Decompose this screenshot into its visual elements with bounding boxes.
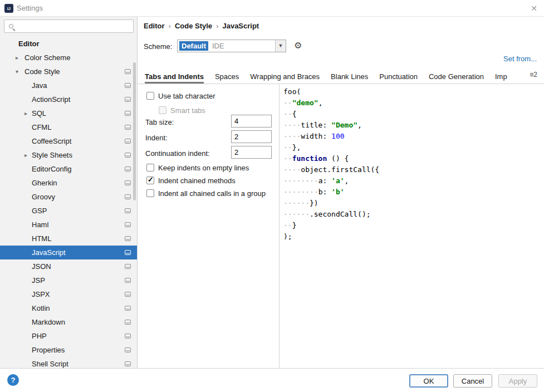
sidebar-item-gsp[interactable]: GSP — [0, 204, 137, 218]
sidebar-item-html[interactable]: HTML — [0, 232, 137, 246]
code-line: ··"demo", — [283, 99, 544, 110]
scheme-select[interactable]: Default IDE ▼ — [177, 40, 286, 52]
sidebar-item-java[interactable]: Java — [0, 79, 137, 92]
checkbox-icon[interactable] — [146, 177, 154, 184]
footer-bar: ? OK Cancel Apply — [0, 368, 544, 392]
sidebar-item-label: EditorConfig — [32, 165, 72, 173]
sidebar-item-label: HTML — [32, 234, 51, 243]
sidebar-item-label: Haml — [32, 220, 48, 229]
tab-spaces[interactable]: Spaces — [215, 70, 239, 84]
scheme-label: Scheme: — [144, 40, 172, 53]
sidebar-item-jspx[interactable]: JSPX — [0, 287, 137, 301]
chevron-right-icon[interactable]: ▸ — [16, 51, 18, 65]
smart-tabs-checkbox[interactable]: Smart tabs — [159, 105, 205, 115]
scheme-suffix: IDE — [212, 42, 224, 50]
chevron-right-icon[interactable]: ▸ — [24, 148, 27, 162]
sidebar-item-gherkin[interactable]: Gherkin — [0, 176, 137, 190]
code-line: ····width: 100 — [283, 132, 544, 143]
sidebar-item-markdown[interactable]: Markdown — [0, 315, 137, 329]
tab-tabs-and-indents[interactable]: Tabs and Indents — [145, 70, 204, 84]
gear-icon[interactable]: ⚙ — [294, 40, 302, 51]
tab-imp[interactable]: Imp — [495, 70, 507, 84]
code-line: ··function () { — [283, 154, 544, 165]
sidebar-item-label: Markdown — [32, 318, 65, 326]
sidebar-item-cfml[interactable]: CFML — [0, 120, 137, 134]
sidebar-item-coffeescript[interactable]: CoffeeScript — [0, 134, 137, 148]
combo-arrow-icon[interactable]: ▼ — [275, 40, 286, 52]
language-page-icon — [125, 306, 131, 311]
use-tab-character-checkbox[interactable]: Use tab character — [146, 91, 215, 101]
indent-input[interactable] — [231, 130, 272, 143]
settings-tree: Editor▸Color Scheme▾Code StyleJavaAction… — [0, 37, 137, 368]
search-icon — [9, 24, 13, 28]
sidebar-item-sql[interactable]: ▸SQL — [0, 106, 137, 120]
tab-punctuation[interactable]: Punctuation — [379, 70, 418, 84]
language-page-icon — [125, 139, 131, 144]
language-page-icon — [125, 180, 131, 185]
scheme-selected-value: Default — [179, 41, 208, 51]
sidebar-item-kotlin[interactable]: Kotlin — [0, 301, 137, 315]
checkbox-label: Use tab character — [158, 92, 215, 100]
chevron-down-icon[interactable]: ▾ — [16, 65, 18, 79]
sidebar-item-javascript[interactable]: JavaScript — [0, 246, 137, 259]
tab-code-generation[interactable]: Code Generation — [429, 70, 484, 84]
tab-size-input[interactable] — [231, 115, 272, 128]
sidebar-scrollbar[interactable] — [133, 62, 136, 200]
checkbox-label: Indent all chained calls in a group — [158, 189, 266, 198]
sidebar-item-label: Color Scheme — [24, 53, 70, 62]
language-page-icon — [125, 334, 131, 339]
language-page-icon — [125, 208, 131, 213]
checkbox-icon[interactable] — [146, 92, 154, 100]
help-icon[interactable]: ? — [7, 374, 19, 386]
language-page-icon — [125, 166, 131, 171]
sidebar-item-editor[interactable]: Editor — [0, 37, 137, 51]
sidebar-item-color-scheme[interactable]: ▸Color Scheme — [0, 51, 137, 65]
indent-all-chained-calls-checkbox[interactable]: Indent all chained calls in a group — [146, 188, 266, 198]
keep-indents-on-empty-lines-checkbox[interactable]: Keep indents on empty lines — [146, 163, 249, 173]
sidebar-item-haml[interactable]: Haml — [0, 218, 137, 232]
titlebar: IJ Settings ✕ — [0, 0, 544, 17]
sidebar-item-json[interactable]: JSON — [0, 259, 137, 273]
language-page-icon — [125, 111, 131, 116]
tab-size-label: Tab size: — [145, 117, 174, 128]
sidebar-item-style-sheets[interactable]: ▸Style Sheets — [0, 148, 137, 162]
chevron-right-icon[interactable]: ▸ — [24, 106, 27, 120]
checkbox-icon[interactable] — [146, 164, 154, 171]
code-line: ········b: 'b' — [283, 188, 544, 199]
language-page-icon — [125, 320, 131, 325]
tab-blank-lines[interactable]: Blank Lines — [331, 70, 368, 84]
breadcrumb-segment-editor[interactable]: Editor — [144, 22, 165, 30]
checkbox-icon[interactable] — [159, 106, 166, 114]
breadcrumb-separator: › — [216, 22, 218, 30]
language-page-icon — [125, 347, 131, 352]
tab-wrapping-and-braces[interactable]: Wrapping and Braces — [250, 70, 320, 84]
form-panel: Use tab character Smart tabs Tab size: I… — [138, 84, 279, 368]
hidden-tabs-icon[interactable]: ≡2 — [530, 71, 537, 79]
continuation-indent-input[interactable] — [231, 146, 272, 159]
code-line: ······.secondCall(); — [283, 210, 544, 221]
apply-button[interactable]: Apply — [498, 374, 537, 388]
sidebar-item-code-style[interactable]: ▾Code Style — [0, 65, 137, 79]
set-from-link[interactable]: Set from... — [503, 55, 537, 63]
checkbox-icon[interactable] — [146, 189, 154, 197]
ok-button[interactable]: OK — [409, 374, 448, 388]
sidebar-item-php[interactable]: PHP — [0, 329, 137, 343]
code-line: ······}) — [283, 199, 544, 210]
language-page-icon — [125, 97, 131, 102]
sidebar-item-label: Groovy — [32, 193, 55, 201]
sidebar-item-editorconfig[interactable]: EditorConfig — [0, 162, 137, 176]
close-icon[interactable]: ✕ — [531, 0, 537, 17]
sidebar-item-actionscript[interactable]: ActionScript — [0, 92, 137, 106]
search-input[interactable] — [18, 21, 129, 32]
sidebar-item-properties[interactable]: Properties — [0, 343, 137, 357]
sidebar-item-jsp[interactable]: JSP — [0, 273, 137, 287]
search-box[interactable] — [4, 19, 134, 33]
breadcrumb-segment-javascript[interactable]: JavaScript — [222, 22, 259, 30]
cancel-button[interactable]: Cancel — [453, 374, 492, 388]
indent-chained-methods-checkbox[interactable]: Indent chained methods — [146, 175, 236, 185]
checkbox-label: Indent chained methods — [158, 177, 236, 185]
sidebar-item-groovy[interactable]: Groovy — [0, 190, 137, 204]
language-page-icon — [125, 83, 131, 88]
language-page-icon — [125, 153, 131, 158]
breadcrumb-segment-code-style[interactable]: Code Style — [175, 22, 212, 30]
